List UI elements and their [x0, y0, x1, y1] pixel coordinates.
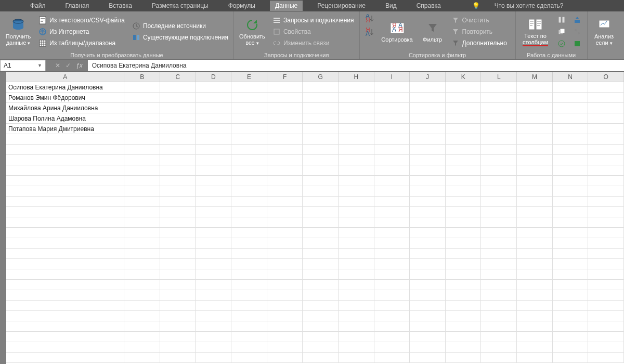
cell-C5[interactable] — [160, 124, 196, 134]
cell-M21[interactable] — [517, 290, 553, 301]
cell-F9[interactable] — [267, 165, 303, 176]
cell-D16[interactable] — [196, 238, 231, 249]
cell-L25[interactable] — [481, 332, 517, 342]
cell-N8[interactable] — [553, 155, 589, 165]
cell-J15[interactable] — [410, 228, 446, 238]
cell-C11[interactable] — [160, 186, 196, 197]
cell-E17[interactable] — [231, 249, 267, 259]
cell-H18[interactable] — [339, 259, 374, 269]
tab-data[interactable]: Данные — [270, 1, 303, 11]
cell-C15[interactable] — [160, 228, 196, 238]
cell-H20[interactable] — [339, 280, 374, 290]
cell-I9[interactable] — [374, 165, 410, 176]
cell-E8[interactable] — [231, 155, 267, 165]
cell-N22[interactable] — [553, 301, 589, 311]
cell-K16[interactable] — [446, 238, 482, 249]
cell-F27[interactable] — [267, 353, 303, 363]
col-header-A[interactable]: A — [6, 72, 124, 82]
cell-F15[interactable] — [267, 228, 303, 238]
cell-G9[interactable] — [303, 165, 339, 176]
cell-L21[interactable] — [481, 290, 517, 301]
cell-N4[interactable] — [553, 113, 589, 124]
edit-links-button[interactable]: Изменить связи — [270, 38, 356, 48]
cell-J26[interactable] — [410, 342, 446, 353]
cell-K2[interactable] — [446, 93, 482, 103]
cell-I3[interactable] — [374, 103, 410, 113]
sort-desc-button[interactable]: ЯА — [363, 27, 375, 37]
cell-J2[interactable] — [410, 93, 446, 103]
cell-A1[interactable]: Осипова Екатерина Данииловна — [6, 82, 124, 93]
col-header-M[interactable]: M — [517, 72, 553, 82]
cell-L5[interactable] — [481, 124, 517, 134]
from-table-range-button[interactable]: Из таблицы/диапазона — [36, 38, 127, 48]
cell-C9[interactable] — [160, 165, 196, 176]
text-to-columns-button[interactable]: Текст по столбцам — [519, 14, 552, 50]
cell-N13[interactable] — [553, 207, 589, 217]
cell-G21[interactable] — [303, 290, 339, 301]
col-header-K[interactable]: K — [446, 72, 482, 82]
cell-N1[interactable] — [553, 82, 589, 93]
cell-D13[interactable] — [196, 207, 231, 217]
tell-me[interactable]: Что вы хотите сделать? — [489, 1, 569, 11]
cell-C17[interactable] — [160, 249, 196, 259]
cell-M7[interactable] — [517, 145, 553, 155]
from-web-button[interactable]: Из Интернета — [36, 27, 127, 37]
cell-F6[interactable] — [267, 134, 303, 145]
cell-E4[interactable] — [231, 113, 267, 124]
cell-C6[interactable] — [160, 134, 196, 145]
cell-G2[interactable] — [303, 93, 339, 103]
cell-K3[interactable] — [446, 103, 482, 113]
cell-J13[interactable] — [410, 207, 446, 217]
cell-A6[interactable] — [6, 134, 124, 145]
cell-N5[interactable] — [553, 124, 589, 134]
cell-L27[interactable] — [481, 353, 517, 363]
cell-N19[interactable] — [553, 269, 589, 280]
cell-J9[interactable] — [410, 165, 446, 176]
cell-K15[interactable] — [446, 228, 482, 238]
cell-J22[interactable] — [410, 301, 446, 311]
cell-L14[interactable] — [481, 217, 517, 228]
cell-N21[interactable] — [553, 290, 589, 301]
cell-H12[interactable] — [339, 197, 374, 207]
cell-A11[interactable] — [6, 186, 124, 197]
properties-button[interactable]: Свойства — [270, 27, 356, 37]
tab-formulas[interactable]: Формулы — [223, 1, 261, 11]
cell-B13[interactable] — [124, 207, 160, 217]
tab-file[interactable]: Файл — [25, 1, 51, 11]
cell-O26[interactable] — [588, 342, 624, 353]
cell-G8[interactable] — [303, 155, 339, 165]
cell-C2[interactable] — [160, 93, 196, 103]
cell-D19[interactable] — [196, 269, 231, 280]
cell-E11[interactable] — [231, 186, 267, 197]
cell-N14[interactable] — [553, 217, 589, 228]
cell-C18[interactable] — [160, 259, 196, 269]
cell-H5[interactable] — [339, 124, 374, 134]
cell-E20[interactable] — [231, 280, 267, 290]
cell-B6[interactable] — [124, 134, 160, 145]
cell-M25[interactable] — [517, 332, 553, 342]
col-header-H[interactable]: H — [339, 72, 374, 82]
cell-G17[interactable] — [303, 249, 339, 259]
cell-E21[interactable] — [231, 290, 267, 301]
cell-O12[interactable] — [588, 197, 624, 207]
cell-K17[interactable] — [446, 249, 482, 259]
cell-D9[interactable] — [196, 165, 231, 176]
cell-O11[interactable] — [588, 186, 624, 197]
cell-J10[interactable] — [410, 176, 446, 186]
cell-L13[interactable] — [481, 207, 517, 217]
cell-K13[interactable] — [446, 207, 482, 217]
cell-O16[interactable] — [588, 238, 624, 249]
cell-J3[interactable] — [410, 103, 446, 113]
cell-K25[interactable] — [446, 332, 482, 342]
cell-C8[interactable] — [160, 155, 196, 165]
cell-M2[interactable] — [517, 93, 553, 103]
cell-E3[interactable] — [231, 103, 267, 113]
cell-C27[interactable] — [160, 353, 196, 363]
cell-E23[interactable] — [231, 311, 267, 321]
col-header-J[interactable]: J — [410, 72, 446, 82]
cell-B12[interactable] — [124, 197, 160, 207]
cell-F10[interactable] — [267, 176, 303, 186]
cell-L4[interactable] — [481, 113, 517, 124]
cell-B4[interactable] — [124, 113, 160, 124]
cell-K22[interactable] — [446, 301, 482, 311]
